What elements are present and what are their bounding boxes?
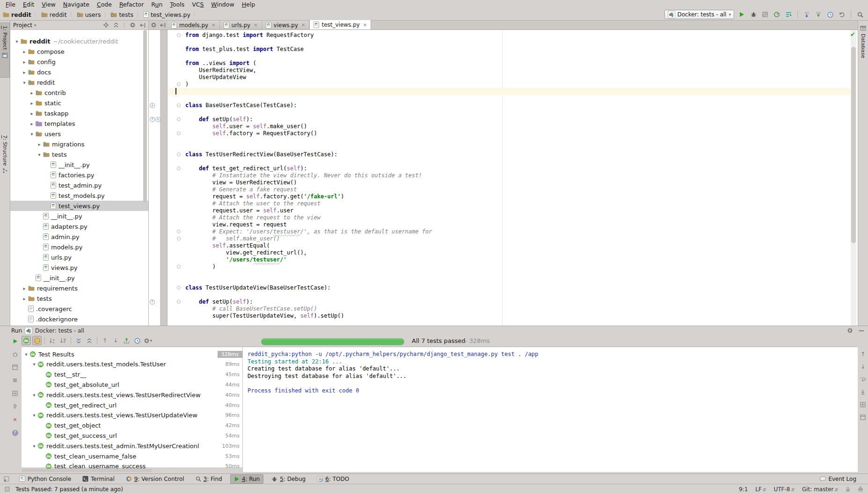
tree-item-tests[interactable]: ▾tests [10,149,148,160]
expand-all-icon[interactable] [74,336,83,345]
test-row-reddit.users.tests.test_views.TestUserRedirectView[interactable]: ▾OKreddit.users.tests.test_views.TestUse… [22,390,242,400]
tree-item-test_admin.py[interactable]: test_admin.py [10,180,148,190]
close-icon[interactable]: ✕ [254,22,257,28]
editor-tab-views-py[interactable]: views.py✕ [262,21,310,29]
fold-marker-icon[interactable] [177,265,181,269]
close-icon[interactable]: ✕ [301,22,305,28]
tree-item-adapters.py[interactable]: adapters.py [10,221,148,232]
soft-wrap-icon[interactable] [859,376,867,383]
inspection-profile-icon[interactable] [858,486,863,492]
test-row-test_get_absolute_url[interactable]: OKtest_get_absolute_url44ms [22,379,242,390]
tree-item-__init__.py[interactable]: __init__.py [10,160,148,170]
toolwindow-python-console[interactable]: Python Console [16,475,74,483]
editor-tab-models-py[interactable]: models.py✕ [168,21,220,29]
chevron-down-icon[interactable]: ▾ [30,443,38,449]
tree-item-templates[interactable]: ▸templates [10,118,148,129]
menu-view[interactable]: View [38,0,59,8]
editor-tab-urls-py[interactable]: urls.py✕ [220,21,262,29]
tree-item-static[interactable]: ▸static [10,98,148,108]
test-tree-hscrollbar[interactable] [22,469,153,472]
git-branch[interactable]: Git: master⇵ [802,486,838,493]
tree-item-compose[interactable]: ▸compose [10,46,148,57]
tree-item-.dockerignore[interactable]: .dockerignore [10,314,148,324]
scroll-down-icon[interactable]: ↓ [859,363,867,370]
tree-item-reddit[interactable]: ▾reddit~/cookiecutter/reddit [10,36,148,46]
test-row-test_get_object[interactable]: OKtest_get_object42ms [22,421,242,431]
tree-item-taskapp[interactable]: ▸taskapp [10,108,148,118]
hide-icon[interactable] [139,22,146,29]
test-row-test_get_redirect_url[interactable]: OKtest_get_redirect_url40ms [22,400,242,410]
chevron-right-icon[interactable]: ▸ [21,59,28,65]
toolwindow----todo[interactable]: 6: TODO [314,475,352,483]
menu-code[interactable]: Code [93,0,116,8]
menu-window[interactable]: Window [207,0,238,8]
chevron-right-icon[interactable]: ▸ [21,70,28,75]
pin-tab-icon[interactable] [11,403,19,410]
breadcrumb-item[interactable]: users [77,11,101,18]
breadcrumb-item[interactable]: test_views.py [143,11,190,18]
chevron-right-icon[interactable]: ▸ [21,49,28,54]
restore-layout-icon[interactable] [11,390,19,397]
chevron-right-icon[interactable]: ▸ [28,90,36,95]
menu-run[interactable]: Run [147,0,166,8]
tree-item-migrations[interactable]: ▸migrations [10,139,148,149]
chevron-down-icon[interactable]: ▾ [30,362,38,367]
menu-vcs[interactable]: VCS [188,0,207,8]
chevron-right-icon[interactable]: ▸ [28,101,36,106]
run-config-selector[interactable]: dj Docker: tests - all ▾ [664,10,734,19]
run-settings-icon[interactable] [846,327,854,335]
tool-strip-structure[interactable]: 7: Structure [0,132,10,192]
locate-icon[interactable] [102,22,109,29]
scroll-up-icon[interactable]: ↑ [859,350,867,358]
menu-edit[interactable]: Edit [19,0,38,8]
sort-alphabetically-icon[interactable]: az [48,336,57,345]
breadcrumb-item[interactable]: tests [110,11,133,18]
close-icon[interactable]: ✕ [363,22,367,28]
tree-item-requirements[interactable]: ▸requirements [10,283,148,293]
breadcrumb-item[interactable]: reddit [3,11,31,18]
code-editor[interactable]: from django.test import RequestFactoryfr… [149,30,858,326]
override-icon[interactable]: ↑ [150,117,155,122]
tree-item-docs[interactable]: ▸docs [10,67,148,77]
show-ignored-toggle-icon[interactable] [32,336,42,345]
fold-marker-icon[interactable] [177,237,181,240]
test-row-reddit.users.tests.test_admin.TestMyUserCreationl[interactable]: ▾OKreddit.users.tests.test_admin.TestMyU… [22,441,242,451]
fold-marker-icon[interactable] [177,153,181,156]
fold-marker-icon[interactable] [177,230,181,233]
collapse-all-icon[interactable] [85,336,94,345]
tree-item-users[interactable]: ▾users [10,129,148,139]
fold-marker-icon[interactable] [177,286,181,290]
editor-scrollbar-thumb[interactable] [851,47,856,243]
toggle-panel-icon[interactable] [11,363,19,371]
debug-icon[interactable] [749,10,758,19]
close-icon[interactable]: ✕ [212,22,215,28]
coverage-icon[interactable] [761,10,769,19]
scroll-to-end-icon[interactable] [859,388,867,396]
undo-icon[interactable] [838,10,846,19]
toolwindow----run[interactable]: 4: Run [230,474,264,484]
test-row-test__str__[interactable]: OKtest__str__45ms [22,370,242,380]
lock-icon[interactable] [846,487,850,492]
test-row-test_get_success_url[interactable]: OKtest_get_success_url54ms [22,430,242,441]
menu-refactor[interactable]: Refactor [116,0,147,8]
tool-strip-database[interactable]: Database [858,22,868,69]
test-row-reddit.users.tests.test_views.TestUserUpdateView[interactable]: ▾OKreddit.users.tests.test_views.TestUse… [22,410,242,421]
project-view-selector[interactable]: Project [13,22,32,29]
chevron-right-icon[interactable]: ▸ [21,286,28,291]
print-icon[interactable] [859,401,867,408]
file-encoding[interactable]: UTF-8⇵ [773,486,795,493]
toolwindow-terminal[interactable]: Terminal [79,475,118,483]
tree-item-urls.py[interactable]: urls.py [10,252,148,262]
test-row-test_clean_username_false[interactable]: OKtest_clean_username_false53ms [22,451,242,461]
fold-marker-icon[interactable] [177,82,181,86]
show-passed-toggle-icon[interactable]: OK [22,336,31,345]
toolwindow----find[interactable]: 3: Find [192,475,226,483]
close-icon[interactable]: ✕ [11,416,19,423]
tree-item-test_models.py[interactable]: test_models.py [10,190,148,201]
stop-icon[interactable] [11,377,19,384]
test-history-icon[interactable] [132,336,142,345]
menu-tools[interactable]: Tools [166,0,188,8]
chevron-down-icon[interactable]: ▾ [36,152,43,157]
chevron-down-icon[interactable]: ▾ [28,131,36,137]
vcs-commit-icon[interactable]: VCS [814,10,823,19]
